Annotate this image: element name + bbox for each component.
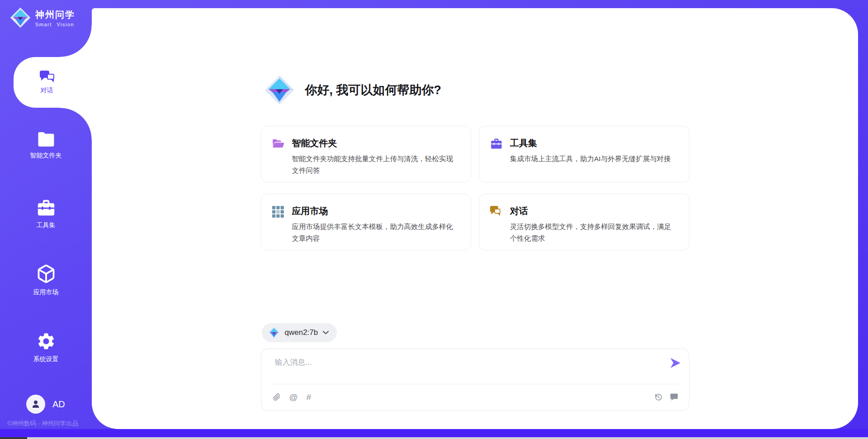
- sidebar-item-label: 应用市场: [33, 288, 59, 296]
- sidebar-item-app-market[interactable]: 应用市场: [0, 263, 92, 296]
- composer-toolbar: @ #: [273, 383, 678, 410]
- folder-open-icon: [272, 138, 285, 182]
- card-title: 工具集: [510, 137, 671, 149]
- card-smart-folder[interactable]: 智能文件夹 智能文件夹功能支持批量文件上传与清洗，轻松实现文件问答: [261, 126, 472, 182]
- hash-icon: #: [307, 392, 311, 402]
- user-account[interactable]: AD: [26, 395, 65, 414]
- topic-button[interactable]: #: [307, 393, 311, 401]
- copyright-footer: ©神州数码 · 神州问学出品: [7, 420, 78, 428]
- history-icon: [654, 393, 663, 401]
- sidebar-item-label: 系统设置: [33, 355, 59, 363]
- sidebar-item-label: 对话: [41, 86, 53, 95]
- sidebar-item-settings[interactable]: 系统设置: [0, 331, 92, 363]
- grid-icon: [272, 206, 285, 250]
- greeting-row: 你好, 我可以如何帮助你?: [261, 75, 689, 105]
- toolbox-icon: [490, 138, 503, 182]
- sidebar-item-label: 工具集: [37, 221, 56, 229]
- user-icon: [30, 399, 41, 410]
- mention-button[interactable]: @: [289, 393, 298, 401]
- card-app-market[interactable]: 应用市场 应用市场提供丰富长文本模板，助力高效生成多样化文章内容: [261, 194, 472, 250]
- history-button[interactable]: [654, 393, 663, 401]
- card-desc: 应用市场提供丰富长文本模板，助力高效生成多样化文章内容: [292, 221, 459, 244]
- card-title: 应用市场: [292, 205, 459, 217]
- sidebar-item-label: 智能文件夹: [30, 152, 62, 160]
- toolbox-icon: [36, 199, 56, 217]
- folder-icon: [37, 131, 56, 148]
- gear-icon: [36, 331, 56, 351]
- chat-icon: [40, 71, 54, 83]
- card-title: 智能文件夹: [292, 137, 459, 149]
- card-title: 对话: [510, 205, 677, 217]
- message-input[interactable]: [275, 357, 664, 380]
- feedback-button[interactable]: [670, 393, 678, 401]
- message-composer: @ #: [261, 348, 689, 411]
- model-diamond-icon: [268, 327, 280, 339]
- bottom-edge-dark-segment: [0, 437, 27, 439]
- cube-icon: [36, 263, 56, 284]
- model-name: qwen2:7b: [285, 328, 318, 337]
- greeting-title: 你好, 我可以如何帮助你?: [305, 82, 442, 98]
- send-button[interactable]: [670, 358, 681, 368]
- brand-name: 神州问学: [35, 9, 75, 21]
- paperclip-icon: [273, 393, 281, 401]
- user-name: AD: [52, 399, 65, 410]
- chat-bubble-icon: [670, 393, 678, 401]
- sidebar-item-toolkit[interactable]: 工具集: [0, 199, 92, 229]
- card-desc: 灵活切换多模型文件，支持多样回复效果调试，满足个性化需求: [510, 221, 677, 244]
- card-chat[interactable]: 对话 灵活切换多模型文件，支持多样回复效果调试，满足个性化需求: [479, 194, 689, 250]
- chat-bubbles-icon: [490, 206, 503, 250]
- bottom-accent-bar: [0, 429, 868, 437]
- sidebar-item-smart-folder[interactable]: 智能文件夹: [0, 131, 92, 160]
- attach-button[interactable]: [273, 393, 281, 401]
- brand-diamond-icon: [10, 7, 31, 28]
- avatar: [26, 395, 45, 414]
- chevron-down-icon: [323, 331, 329, 334]
- card-desc: 智能文件夹功能支持批量文件上传与清洗，轻松实现文件问答: [292, 153, 459, 177]
- card-desc: 集成市场上主流工具，助力AI与外界无缝扩展与对接: [510, 153, 671, 165]
- tab-fillet-top: [60, 25, 92, 57]
- send-icon: [670, 358, 681, 368]
- app-window: 神州问学 Smart Vision 你好, 我可以如何帮助你? 智能文件夹 智能…: [0, 0, 868, 439]
- model-selector[interactable]: qwen2:7b: [262, 323, 337, 342]
- feature-cards: 智能文件夹 智能文件夹功能支持批量文件上传与清洗，轻松实现文件问答 工具集 集成…: [261, 126, 689, 250]
- card-toolkit[interactable]: 工具集 集成市场上主流工具，助力AI与外界无缝扩展与对接: [479, 126, 689, 182]
- main-panel: 你好, 我可以如何帮助你? 智能文件夹 智能文件夹功能支持批量文件上传与清洗，轻…: [92, 8, 858, 429]
- bottom-edge-line: [0, 437, 868, 439]
- greeting-diamond-icon: [264, 75, 294, 105]
- sidebar-item-chat-active[interactable]: 对话: [14, 57, 92, 108]
- at-icon: @: [289, 392, 298, 402]
